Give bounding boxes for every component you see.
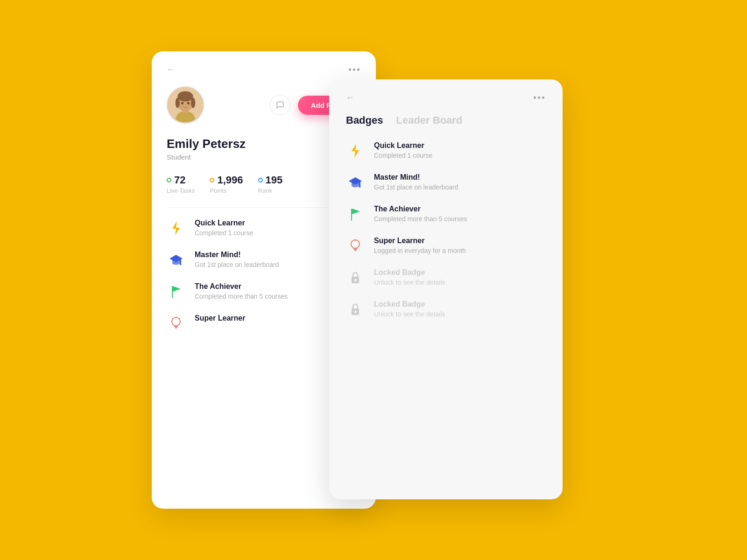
svg-marker-23: [352, 144, 359, 158]
badge-name-locked-2: Locked Badge: [374, 300, 546, 308]
svg-point-6: [191, 98, 195, 108]
stat-rank: 195 Rank: [258, 174, 283, 194]
badge-desc-sl-right: Logged in everyday for a month: [374, 247, 546, 254]
stat-value-tasks: 72: [167, 174, 185, 186]
stat-label-tasks: Live Tasks: [167, 187, 195, 194]
badge-info-locked-2: Locked Badge Unlock to see the details: [374, 300, 546, 318]
badge-name-locked-1: Locked Badge: [374, 268, 546, 277]
svg-rect-25: [359, 181, 360, 186]
badge-name-sl-right: Super Learner: [374, 237, 546, 245]
chat-button[interactable]: [270, 95, 290, 115]
badge-master-mind-right: Master Mind! Got 1st place on leaderboar…: [346, 173, 546, 192]
svg-point-26: [359, 186, 361, 188]
badge-quick-learner-right: Quick Learner Completed 1 course: [346, 141, 546, 160]
avatar: [167, 86, 204, 124]
lock-icon-1: [346, 268, 365, 287]
svg-point-12: [180, 263, 182, 265]
back-button-left[interactable]: ←: [167, 65, 175, 75]
badge-super-learner-right: Super Learner Logged in everyday for a m…: [346, 237, 546, 255]
svg-marker-28: [352, 209, 360, 214]
graduation-icon-right: [346, 173, 365, 192]
badge-info-mm-right: Master Mind! Got 1st place on leaderboar…: [374, 173, 546, 191]
badge-name-achiever-right: The Achiever: [374, 205, 546, 213]
stat-value-rank: 195: [258, 174, 283, 186]
badge-locked-1: Locked Badge Unlock to see the details: [346, 268, 546, 287]
card-header-right: ← •••: [346, 92, 546, 103]
stat-label-rank: Rank: [258, 187, 272, 194]
badge-name-mm-right: Master Mind!: [374, 173, 546, 182]
svg-point-8: [187, 102, 190, 105]
svg-rect-42: [355, 312, 356, 314]
badge-info-locked-1: Locked Badge Unlock to see the details: [374, 268, 546, 286]
graduation-icon: [167, 251, 185, 269]
badge-name-ql-right: Quick Learner: [374, 141, 546, 150]
svg-marker-9: [172, 221, 180, 235]
badge-desc-locked-2: Unlock to see the details: [374, 310, 546, 318]
lightning-icon: [167, 219, 185, 238]
svg-point-7: [181, 102, 183, 105]
lightning-icon-right: [346, 141, 365, 160]
badge-achiever-right: The Achiever Completed more than 5 cours…: [346, 205, 546, 224]
badge-desc-mm-right: Got 1st place on leaderboard: [374, 183, 546, 191]
more-button-right[interactable]: •••: [533, 92, 546, 103]
cards-container: ← •••: [152, 51, 595, 509]
stat-live-tasks: 72 Live Tasks: [167, 174, 195, 194]
svg-line-34: [359, 241, 359, 242]
svg-rect-39: [355, 280, 356, 282]
dot-orange: [210, 178, 214, 182]
svg-rect-11: [180, 259, 181, 263]
badge-desc-locked-1: Unlock to see the details: [374, 279, 546, 286]
stat-points: 1,996 Points: [210, 174, 243, 194]
badge-info-achiever-right: The Achiever Completed more than 5 cours…: [374, 205, 546, 223]
svg-line-19: [172, 318, 173, 319]
dot-green: [167, 178, 171, 182]
stat-value-points: 1,996: [210, 174, 243, 186]
lock-icon-2: [346, 300, 365, 319]
bulb-icon: [167, 314, 185, 333]
tab-badges[interactable]: Badges: [346, 114, 383, 126]
flag-icon: [167, 282, 185, 301]
badge-info-sl-right: Super Learner Logged in everyday for a m…: [374, 237, 546, 254]
bulb-icon-right: [346, 237, 365, 255]
tabs-row: Badges Leader Board: [346, 114, 546, 126]
svg-rect-13: [172, 286, 173, 298]
svg-line-33: [352, 241, 352, 242]
more-button-left[interactable]: •••: [348, 64, 361, 75]
badges-leaderboard-card: ← ••• Badges Leader Board Quick Learner …: [329, 79, 563, 499]
back-button-right[interactable]: ←: [346, 93, 354, 103]
tab-leaderboard[interactable]: Leader Board: [396, 114, 462, 126]
svg-marker-14: [173, 286, 181, 292]
svg-line-20: [179, 318, 180, 319]
stat-label-points: Points: [210, 187, 226, 194]
svg-point-5: [176, 98, 180, 108]
badge-desc-ql-right: Completed 1 course: [374, 152, 546, 159]
card-header-left: ← •••: [167, 64, 361, 75]
badge-desc-achiever-right: Completed more than 5 courses: [374, 215, 546, 223]
flag-icon-right: [346, 205, 365, 224]
badge-locked-2: Locked Badge Unlock to see the details: [346, 300, 546, 319]
svg-rect-27: [351, 209, 352, 221]
dot-blue: [258, 178, 263, 182]
badge-info-ql-right: Quick Learner Completed 1 course: [374, 141, 546, 159]
svg-point-4: [177, 91, 193, 101]
